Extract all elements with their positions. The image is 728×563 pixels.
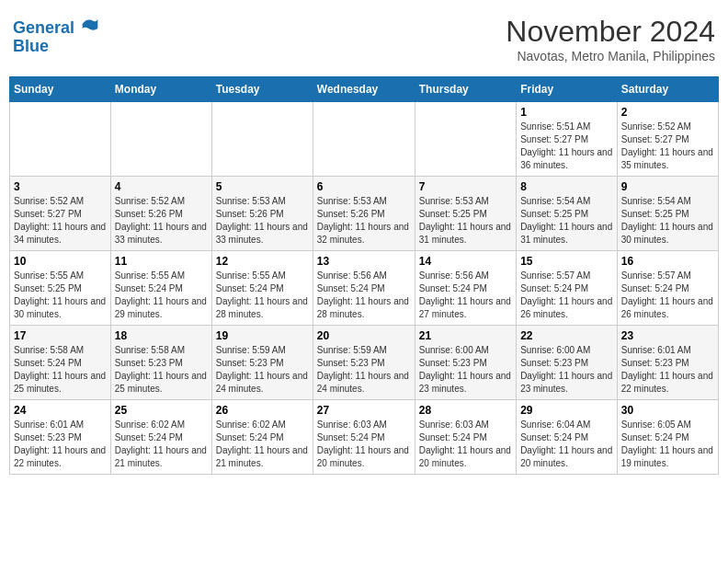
- calendar-cell: 16Sunrise: 5:57 AM Sunset: 5:24 PM Dayli…: [617, 251, 718, 326]
- day-number: 25: [115, 404, 208, 417]
- calendar-cell: 22Sunrise: 6:00 AM Sunset: 5:23 PM Dayli…: [517, 326, 618, 400]
- calendar-cell: 28Sunrise: 6:03 AM Sunset: 5:24 PM Dayli…: [415, 400, 516, 475]
- logo-text: General: [13, 15, 99, 38]
- logo-text-blue: Blue: [13, 38, 99, 56]
- calendar-cell: 17Sunrise: 5:58 AM Sunset: 5:24 PM Dayli…: [10, 326, 111, 400]
- day-number: 13: [317, 255, 411, 268]
- calendar-header: SundayMondayTuesdayWednesdayThursdayFrid…: [10, 77, 719, 102]
- calendar-week-2: 3Sunrise: 5:52 AM Sunset: 5:27 PM Daylig…: [10, 177, 719, 251]
- day-info: Sunrise: 5:54 AM Sunset: 5:25 PM Dayligh…: [520, 195, 613, 247]
- day-number: 23: [621, 329, 714, 342]
- day-number: 16: [621, 255, 714, 268]
- page-header: General Blue November 2024 Navotas, Metr…: [9, 9, 719, 69]
- day-info: Sunrise: 6:00 AM Sunset: 5:23 PM Dayligh…: [419, 344, 512, 396]
- day-info: Sunrise: 5:56 AM Sunset: 5:24 PM Dayligh…: [317, 270, 411, 321]
- day-info: Sunrise: 5:52 AM Sunset: 5:27 PM Dayligh…: [621, 121, 714, 172]
- day-number: 6: [317, 180, 411, 193]
- day-number: 1: [520, 106, 613, 119]
- calendar-week-4: 17Sunrise: 5:58 AM Sunset: 5:24 PM Dayli…: [10, 326, 719, 400]
- title-block: November 2024 Navotas, Metro Manila, Phi…: [506, 15, 715, 63]
- day-number: 27: [317, 404, 411, 417]
- calendar-cell: 5Sunrise: 5:53 AM Sunset: 5:26 PM Daylig…: [211, 177, 313, 251]
- weekday-header-row: SundayMondayTuesdayWednesdayThursdayFrid…: [10, 77, 719, 102]
- day-info: Sunrise: 5:54 AM Sunset: 5:25 PM Dayligh…: [621, 195, 714, 247]
- logo-icon: [81, 15, 99, 33]
- day-info: Sunrise: 5:56 AM Sunset: 5:24 PM Dayligh…: [419, 270, 512, 321]
- day-info: Sunrise: 5:59 AM Sunset: 5:23 PM Dayligh…: [216, 344, 309, 396]
- day-number: 5: [216, 180, 309, 193]
- calendar-cell: 23Sunrise: 6:01 AM Sunset: 5:23 PM Dayli…: [617, 326, 718, 400]
- day-number: 9: [621, 180, 714, 193]
- day-number: 21: [419, 329, 512, 342]
- calendar-cell: 18Sunrise: 5:58 AM Sunset: 5:23 PM Dayli…: [110, 326, 211, 400]
- calendar-cell: 26Sunrise: 6:02 AM Sunset: 5:24 PM Dayli…: [211, 400, 313, 475]
- day-info: Sunrise: 5:51 AM Sunset: 5:27 PM Dayligh…: [520, 121, 613, 172]
- calendar-cell: 20Sunrise: 5:59 AM Sunset: 5:23 PM Dayli…: [313, 326, 415, 400]
- calendar-cell: 30Sunrise: 6:05 AM Sunset: 5:24 PM Dayli…: [617, 400, 718, 475]
- logo: General Blue: [13, 15, 99, 56]
- calendar-cell: 10Sunrise: 5:55 AM Sunset: 5:25 PM Dayli…: [10, 251, 111, 326]
- day-number: 17: [14, 329, 107, 342]
- day-number: 14: [419, 255, 512, 268]
- day-number: 2: [621, 106, 714, 119]
- calendar-cell: 1Sunrise: 5:51 AM Sunset: 5:27 PM Daylig…: [517, 102, 618, 177]
- calendar-cell: 15Sunrise: 5:57 AM Sunset: 5:24 PM Dayli…: [517, 251, 618, 326]
- day-number: 11: [115, 255, 208, 268]
- weekday-saturday: Saturday: [617, 77, 718, 102]
- day-number: 20: [317, 329, 411, 342]
- day-number: 30: [621, 404, 714, 417]
- day-info: Sunrise: 6:02 AM Sunset: 5:24 PM Dayligh…: [115, 419, 208, 470]
- calendar-cell: 4Sunrise: 5:52 AM Sunset: 5:26 PM Daylig…: [110, 177, 211, 251]
- day-info: Sunrise: 5:55 AM Sunset: 5:25 PM Dayligh…: [14, 270, 107, 321]
- calendar-cell: 6Sunrise: 5:53 AM Sunset: 5:26 PM Daylig…: [313, 177, 415, 251]
- day-number: 18: [115, 329, 208, 342]
- weekday-tuesday: Tuesday: [211, 77, 313, 102]
- day-info: Sunrise: 5:58 AM Sunset: 5:24 PM Dayligh…: [14, 344, 107, 396]
- calendar-cell: 19Sunrise: 5:59 AM Sunset: 5:23 PM Dayli…: [211, 326, 313, 400]
- weekday-monday: Monday: [110, 77, 211, 102]
- day-info: Sunrise: 6:03 AM Sunset: 5:24 PM Dayligh…: [317, 419, 411, 470]
- day-number: 22: [520, 329, 613, 342]
- day-info: Sunrise: 5:53 AM Sunset: 5:25 PM Dayligh…: [419, 195, 512, 247]
- calendar-cell: 12Sunrise: 5:55 AM Sunset: 5:24 PM Dayli…: [211, 251, 313, 326]
- calendar-cell: 11Sunrise: 5:55 AM Sunset: 5:24 PM Dayli…: [110, 251, 211, 326]
- calendar-cell: 9Sunrise: 5:54 AM Sunset: 5:25 PM Daylig…: [617, 177, 718, 251]
- day-info: Sunrise: 6:02 AM Sunset: 5:24 PM Dayligh…: [216, 419, 309, 470]
- calendar-cell: [313, 102, 415, 177]
- day-info: Sunrise: 5:57 AM Sunset: 5:24 PM Dayligh…: [621, 270, 714, 321]
- weekday-sunday: Sunday: [10, 77, 111, 102]
- calendar-table: SundayMondayTuesdayWednesdayThursdayFrid…: [9, 76, 719, 475]
- location: Navotas, Metro Manila, Philippines: [506, 49, 715, 63]
- day-info: Sunrise: 5:57 AM Sunset: 5:24 PM Dayligh…: [520, 270, 613, 321]
- calendar-cell: [10, 102, 111, 177]
- calendar-cell: 3Sunrise: 5:52 AM Sunset: 5:27 PM Daylig…: [10, 177, 111, 251]
- calendar-week-5: 24Sunrise: 6:01 AM Sunset: 5:23 PM Dayli…: [10, 400, 719, 475]
- weekday-friday: Friday: [517, 77, 618, 102]
- day-info: Sunrise: 6:04 AM Sunset: 5:24 PM Dayligh…: [520, 419, 613, 470]
- calendar-cell: 25Sunrise: 6:02 AM Sunset: 5:24 PM Dayli…: [110, 400, 211, 475]
- day-number: 15: [520, 255, 613, 268]
- calendar-cell: [211, 102, 313, 177]
- day-info: Sunrise: 6:00 AM Sunset: 5:23 PM Dayligh…: [520, 344, 613, 396]
- calendar-cell: [415, 102, 516, 177]
- day-info: Sunrise: 5:55 AM Sunset: 5:24 PM Dayligh…: [216, 270, 309, 321]
- day-info: Sunrise: 5:52 AM Sunset: 5:26 PM Dayligh…: [115, 195, 208, 247]
- calendar-cell: 27Sunrise: 6:03 AM Sunset: 5:24 PM Dayli…: [313, 400, 415, 475]
- day-info: Sunrise: 5:53 AM Sunset: 5:26 PM Dayligh…: [216, 195, 309, 247]
- calendar-cell: [110, 102, 211, 177]
- day-number: 4: [115, 180, 208, 193]
- calendar-cell: 7Sunrise: 5:53 AM Sunset: 5:25 PM Daylig…: [415, 177, 516, 251]
- day-number: 26: [216, 404, 309, 417]
- calendar-cell: 21Sunrise: 6:00 AM Sunset: 5:23 PM Dayli…: [415, 326, 516, 400]
- day-number: 19: [216, 329, 309, 342]
- day-info: Sunrise: 5:59 AM Sunset: 5:23 PM Dayligh…: [317, 344, 411, 396]
- calendar-cell: 29Sunrise: 6:04 AM Sunset: 5:24 PM Dayli…: [517, 400, 618, 475]
- day-number: 24: [14, 404, 107, 417]
- day-info: Sunrise: 6:01 AM Sunset: 5:23 PM Dayligh…: [14, 419, 107, 470]
- day-number: 7: [419, 180, 512, 193]
- weekday-thursday: Thursday: [415, 77, 516, 102]
- day-info: Sunrise: 6:03 AM Sunset: 5:24 PM Dayligh…: [419, 419, 512, 470]
- day-number: 28: [419, 404, 512, 417]
- calendar-body: 1Sunrise: 5:51 AM Sunset: 5:27 PM Daylig…: [10, 102, 719, 475]
- day-number: 12: [216, 255, 309, 268]
